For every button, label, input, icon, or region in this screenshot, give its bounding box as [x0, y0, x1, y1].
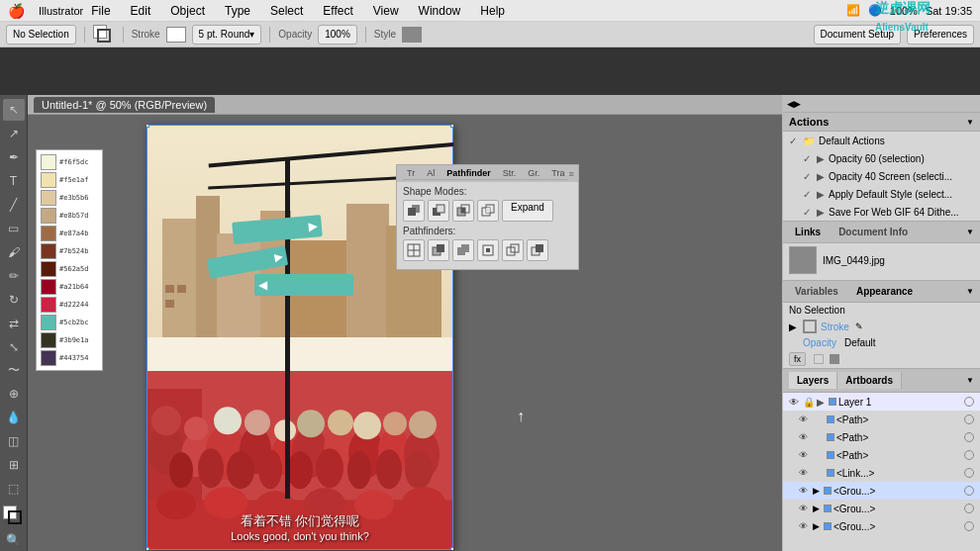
document-setup-button[interactable]: Document Setup: [814, 25, 902, 45]
tool-warp[interactable]: 〜: [3, 359, 25, 381]
layer-1-expand[interactable]: ▶: [817, 397, 825, 408]
menu-object[interactable]: Object: [166, 2, 209, 20]
group-3-expand[interactable]: ▶: [813, 521, 820, 531]
tool-blend[interactable]: ⊕: [3, 383, 25, 405]
divide-btn[interactable]: [403, 239, 425, 261]
swatch-5[interactable]: [41, 226, 56, 241]
appearance-collapse[interactable]: ▼: [966, 287, 974, 296]
layer-group-3-eye[interactable]: 👁: [799, 521, 811, 531]
stroke-width-select[interactable]: 5 pt. Round ▾: [192, 25, 262, 45]
stroke-row[interactable]: ▶ Stroke ✎: [783, 318, 980, 335]
action-item-2[interactable]: ✓ ▶ Opacity 40 Screen (selecti...: [783, 167, 980, 185]
layer-link-eye[interactable]: 👁: [799, 468, 811, 478]
variables-tab[interactable]: Variables: [789, 284, 844, 299]
menu-file[interactable]: File: [87, 2, 114, 20]
layer-group-1-eye[interactable]: 👁: [799, 486, 811, 496]
tool-paintbrush[interactable]: 🖌: [3, 241, 25, 263]
handle-br[interactable]: [450, 547, 453, 550]
layer-path-3[interactable]: 👁 <Path>: [783, 446, 980, 464]
actions-collapse[interactable]: ▼: [966, 118, 974, 127]
menu-effect[interactable]: Effect: [319, 2, 356, 20]
action-item-1[interactable]: ✓ ▶ Opacity 60 (selection): [783, 149, 980, 167]
swatch-7[interactable]: [41, 261, 56, 277]
appearance-tab[interactable]: Appearance: [850, 284, 919, 299]
layer-group-2-eye[interactable]: 👁: [799, 504, 811, 513]
swatch-2[interactable]: [41, 172, 56, 188]
doc-info-tab[interactable]: Document Info: [833, 225, 914, 239]
pf-tab-tra[interactable]: Tra: [547, 167, 568, 179]
swatch-8[interactable]: [41, 279, 56, 295]
swatch-4[interactable]: [41, 208, 56, 224]
group-2-target[interactable]: [964, 504, 974, 513]
layer-path-2[interactable]: 👁 <Path>: [783, 428, 980, 446]
pf-tab-str[interactable]: Str.: [499, 167, 521, 179]
path-2-target[interactable]: [964, 432, 974, 442]
layer-link-1[interactable]: 👁 <Link...>: [783, 464, 980, 482]
swatch-6[interactable]: [41, 243, 56, 259]
tool-zoom[interactable]: 🔍: [3, 529, 25, 551]
tool-select-arrow[interactable]: ↖: [3, 99, 25, 121]
tool-rotate[interactable]: ↻: [3, 289, 25, 311]
trim-btn[interactable]: [428, 239, 449, 261]
swatch-1[interactable]: [41, 154, 56, 170]
tool-line[interactable]: ╱: [3, 194, 25, 216]
delete-effect-icon[interactable]: [830, 354, 839, 364]
handle-tr[interactable]: [450, 125, 453, 128]
exclude-btn[interactable]: [477, 200, 499, 222]
layer-path-3-eye[interactable]: 👁: [799, 450, 811, 460]
merge-btn[interactable]: [452, 239, 474, 261]
fill-stroke-indicator[interactable]: [3, 505, 25, 527]
layer-group-1[interactable]: 👁 ▶ <Grou...>: [783, 482, 980, 500]
layer-1-lock[interactable]: 🔒: [803, 397, 815, 408]
layer-path-2-eye[interactable]: 👁: [799, 432, 811, 442]
opacity-input[interactable]: 100%: [318, 25, 357, 45]
link-item-1[interactable]: IMG_0449.jpg: [783, 243, 980, 277]
fill-color[interactable]: [93, 25, 115, 45]
crop-btn[interactable]: [477, 239, 499, 261]
layer-1-row[interactable]: 👁 🔒 ▶ Layer 1: [783, 393, 980, 411]
layers-tab[interactable]: Layers: [789, 372, 837, 389]
link-target[interactable]: [964, 468, 974, 478]
stroke-swatch[interactable]: [803, 320, 817, 333]
layer-group-2[interactable]: 👁 ▶ <Grou...>: [783, 500, 980, 517]
tool-gradient[interactable]: ◫: [3, 430, 25, 452]
group-1-target[interactable]: [964, 486, 974, 496]
menu-view[interactable]: View: [369, 2, 403, 20]
tool-reflect[interactable]: ⇄: [3, 313, 25, 334]
tool-mesh[interactable]: ⊞: [3, 454, 25, 476]
tool-pen[interactable]: ✒: [3, 146, 25, 168]
path-3-target[interactable]: [964, 450, 974, 460]
menu-select[interactable]: Select: [266, 2, 307, 20]
layer-1-eye[interactable]: 👁: [789, 397, 801, 408]
artboards-tab[interactable]: Artboards: [837, 372, 902, 389]
tool-scale[interactable]: ⤡: [3, 336, 25, 358]
minus-front-btn[interactable]: [428, 200, 449, 222]
group-2-expand[interactable]: ▶: [813, 504, 820, 513]
menu-illustrator[interactable]: Illustrator: [35, 3, 87, 19]
links-tab[interactable]: Links: [789, 225, 827, 239]
layer-group-3[interactable]: 👁 ▶ <Grou...>: [783, 517, 980, 535]
stroke-link[interactable]: Stroke: [821, 321, 849, 332]
path-1-target[interactable]: [964, 414, 974, 424]
tool-rect[interactable]: ▭: [3, 218, 25, 239]
group-1-expand[interactable]: ▶: [813, 486, 820, 496]
pf-tab-pathfinder[interactable]: Pathfinder: [442, 167, 495, 179]
tool-type[interactable]: T: [3, 170, 25, 192]
document-tab[interactable]: Untitled-1* @ 50% (RGB/Preview): [34, 97, 215, 113]
swatch-3[interactable]: [41, 190, 56, 206]
actions-folder-item[interactable]: ✓ 📁 Default Actions: [783, 132, 980, 149]
menu-help[interactable]: Help: [476, 2, 509, 20]
pf-tab-gr[interactable]: Gr.: [524, 167, 543, 179]
fx-button[interactable]: fx: [789, 352, 806, 366]
outline-btn[interactable]: [502, 239, 524, 261]
swatch-11[interactable]: [41, 332, 56, 348]
stroke-color[interactable]: [166, 27, 186, 43]
apple-menu[interactable]: 🍎: [8, 3, 25, 19]
new-effect-icon[interactable]: [814, 354, 824, 364]
pf-tab-al[interactable]: Al: [423, 167, 439, 179]
layers-collapse[interactable]: ▼: [966, 376, 974, 385]
style-box[interactable]: [402, 27, 422, 43]
links-collapse[interactable]: ▼: [966, 228, 974, 236]
swatch-10[interactable]: [41, 315, 56, 330]
tool-eyedropper[interactable]: 💧: [3, 407, 25, 428]
